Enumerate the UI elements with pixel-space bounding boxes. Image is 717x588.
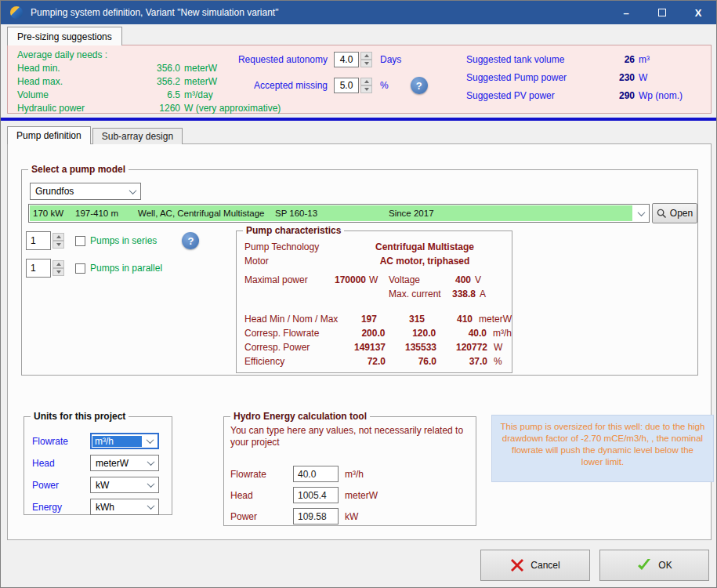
selected-pump-row: 170 kW 197-410 m Well, AC, Centrifugal M… (30, 205, 632, 221)
series-spin-down[interactable] (53, 241, 64, 249)
energy-unit-dropdown[interactable]: kWh (90, 499, 159, 515)
hydro-head-label: Head (224, 490, 293, 501)
maximal-power-label: Maximal power (237, 274, 311, 287)
manufacturer-dropdown[interactable]: Grundfos (30, 183, 141, 200)
title-bar: Pumping system definition, Variant "New … (1, 1, 716, 24)
pump-power: 170 kW (30, 209, 75, 218)
parallel-spin-up[interactable] (53, 260, 64, 268)
motor-label: Motor (237, 255, 346, 268)
parallel-spin-down[interactable] (53, 268, 64, 276)
group-title: Hydro Energy calculation tool (230, 411, 370, 422)
group-title: Units for this project (31, 411, 129, 422)
hydro-flowrate-input[interactable] (293, 466, 339, 482)
head-unit-dropdown[interactable]: meterW (90, 455, 159, 471)
app-icon (10, 6, 23, 19)
suggestion-unit: m³ (639, 54, 650, 65)
tab-presizing-suggestions[interactable]: Pre-sizing suggestions (7, 27, 122, 45)
cancel-button-label: Cancel (531, 560, 559, 571)
flowrate-unit: m³/h (493, 327, 512, 340)
down-arrow-icon (364, 88, 369, 91)
pump-technology-label: Pump Technology (237, 241, 346, 254)
pumps-in-parallel-count[interactable] (26, 259, 51, 278)
flowrate-unit-row: Flowrate m³/h (24, 433, 172, 449)
down-arrow-icon (56, 243, 61, 246)
power-v1: 149137 (346, 341, 386, 354)
pumps-in-series-checkbox[interactable] (75, 236, 85, 246)
tab-pump-definition[interactable]: Pump definition (7, 126, 91, 144)
voltage-unit: V (475, 274, 481, 287)
minimize-button[interactable]: – (608, 1, 644, 24)
chevron-down-icon (125, 183, 140, 199)
missing-spin-down[interactable] (360, 85, 372, 93)
hydro-power-unit: kW (345, 511, 358, 522)
autonomy-unit: Days (380, 54, 401, 65)
needs-value: 6.5 (119, 89, 180, 102)
help-icon[interactable]: ? (411, 77, 428, 94)
series-spin-up[interactable] (53, 233, 64, 241)
autonomy-spin-up[interactable] (360, 52, 372, 60)
maximal-power-unit: W (369, 274, 389, 287)
efficiency-row-label: Efficiency (237, 355, 346, 368)
open-button-label: Open (670, 208, 693, 219)
needs-row: Hydraulic power 1260 W (very approximati… (17, 102, 281, 115)
suggestion-unit: W (639, 72, 647, 83)
pump-model-name: SP 160-13 (275, 209, 389, 218)
pumps-in-parallel-row: Pumps in parallel (26, 259, 162, 278)
up-arrow-icon (56, 235, 61, 238)
accepted-missing-row: Accepted missing % ? (235, 77, 428, 94)
suggestion-label: Suggested Pump power (466, 72, 596, 83)
autonomy-spin-down[interactable] (360, 60, 372, 67)
missing-spin-up[interactable] (360, 78, 372, 85)
pump-type: Well, AC, Centrifugal Multistage (138, 209, 275, 218)
cancel-button[interactable]: Cancel (480, 550, 590, 581)
requested-autonomy-input[interactable] (334, 52, 359, 67)
hydro-power-label: Power (224, 511, 293, 522)
group-title: Select a pump model (28, 164, 129, 175)
power-unit-dropdown[interactable]: kW (90, 477, 159, 493)
power-unit-label: Power (24, 480, 90, 491)
green-check-icon (636, 558, 652, 572)
needs-unit: m³/day (184, 89, 213, 102)
motor-value: AC motor, triphased (346, 255, 503, 268)
pump-model-dropdown[interactable]: 170 kW 197-410 m Well, AC, Centrifugal M… (28, 204, 650, 223)
accepted-missing-input[interactable] (334, 78, 359, 93)
pump-technology-value: Centrifugal Multistage (346, 241, 503, 254)
power-unit-row: Power kW (24, 477, 172, 493)
hydro-tool-description: You can type here any values, not necess… (230, 425, 465, 448)
flowrate-unit-value: m³/h (92, 436, 142, 447)
chevron-down-icon (143, 456, 158, 470)
power-unit-value: kW (91, 480, 143, 491)
accepted-missing-label: Accepted missing (235, 80, 328, 91)
ok-button[interactable]: OK (599, 550, 709, 581)
needs-label: Hydraulic power (17, 102, 119, 115)
open-pump-button[interactable]: Open (652, 203, 697, 223)
head-unit-value: meterW (91, 458, 143, 469)
chevron-down-icon (142, 434, 158, 448)
suggestion-value: 230 (596, 72, 635, 83)
ok-button-label: OK (658, 560, 672, 571)
hydro-energy-tool-group: Hydro Energy calculation tool You can ty… (223, 416, 476, 526)
chevron-down-icon (633, 205, 649, 222)
suggestions: Suggested tank volume 26 m³ Suggested Pu… (466, 50, 683, 104)
maximize-button[interactable] (644, 1, 680, 24)
suggestion-row: Suggested tank volume 26 m³ (466, 50, 683, 68)
flowrate-unit-dropdown[interactable]: m³/h (90, 433, 159, 449)
needs-value: 356.2 (119, 75, 180, 89)
max-current-label: Max. current (389, 288, 445, 301)
maximize-icon (658, 9, 666, 16)
head-unit-label: Head (24, 458, 90, 469)
tab-sub-array-design[interactable]: Sub-array design (92, 128, 183, 144)
hydro-head-input[interactable] (293, 487, 339, 503)
max-current-value: 338.8 (445, 288, 476, 301)
hydro-power-input[interactable] (293, 508, 339, 524)
chevron-down-icon (143, 477, 158, 492)
pumps-in-series-count[interactable] (26, 231, 51, 250)
suggestion-value: 290 (596, 90, 635, 101)
max-current-unit: A (480, 288, 486, 301)
hydro-head-row: Head meterW (224, 487, 378, 503)
power-unit: W (494, 341, 502, 354)
head-v3: 410 (425, 313, 473, 326)
help-icon[interactable]: ? (182, 232, 199, 249)
pumps-in-parallel-checkbox[interactable] (75, 263, 85, 274)
close-button[interactable]: X (680, 1, 716, 24)
